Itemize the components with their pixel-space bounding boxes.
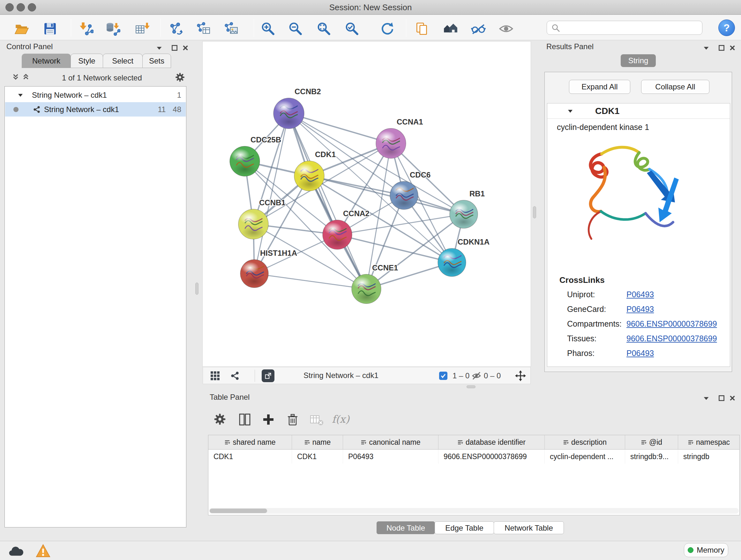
zoom-out-button[interactable] [287, 20, 304, 37]
clone-network-button[interactable] [195, 20, 212, 37]
column-header[interactable]: @id [625, 435, 678, 449]
show-columns-icon[interactable] [238, 413, 252, 426]
network-node-CDC25B[interactable]: CDC25B [230, 135, 281, 176]
zoom-selected-button[interactable] [344, 20, 360, 37]
delete-column-trash-icon[interactable] [286, 413, 299, 426]
table-panel-close-icon[interactable] [728, 394, 737, 402]
hidden-eye-slash-icon[interactable] [472, 371, 481, 381]
table-cell[interactable]: stringdb:9... [625, 449, 678, 463]
results-panel-close-icon[interactable] [728, 44, 737, 52]
column-header[interactable]: namespac [678, 435, 739, 449]
expand-all-button[interactable]: Expand All [569, 80, 630, 94]
memory-button[interactable]: Memory [684, 543, 728, 557]
toolbar-separator [71, 19, 71, 37]
collection-disclosure-icon[interactable] [17, 92, 23, 98]
crosslink-link[interactable]: 9606.ENSP00000378699 [626, 319, 717, 328]
search-input[interactable] [563, 22, 699, 34]
table-cell[interactable]: cyclin-dependent ... [545, 449, 625, 463]
import-network-from-file-button[interactable] [78, 20, 94, 37]
table-panel-float-icon[interactable] [718, 394, 726, 402]
network-edge-CDK1-RB1[interactable] [309, 176, 464, 214]
results-tab-string[interactable]: String [621, 54, 656, 67]
tab-edge-table[interactable]: Edge Table [434, 521, 494, 534]
table-panel-menu-caret-icon[interactable] [702, 394, 711, 402]
network-options-gear-icon[interactable] [175, 72, 183, 80]
network-edge-CCNB2-CCNE1[interactable] [289, 113, 366, 289]
table-cell[interactable]: stringdb [678, 449, 739, 463]
show-labels-glasses-icon[interactable] [470, 20, 487, 37]
results-panel-menu-caret-icon[interactable] [702, 44, 711, 52]
birdseye-grid-icon[interactable] [210, 371, 220, 381]
import-table-from-file-button[interactable] [134, 20, 151, 37]
open-session-button[interactable] [13, 20, 30, 37]
column-header[interactable]: description [545, 435, 625, 449]
zoom-fit-button[interactable] [316, 20, 332, 37]
crosslink-link[interactable]: 9606.ENSP00000378699 [626, 334, 717, 343]
tab-select[interactable]: Select [103, 54, 143, 68]
warning-icon[interactable] [36, 544, 51, 558]
cloud-icon[interactable] [8, 545, 24, 557]
scrollbar-thumb[interactable] [210, 509, 267, 513]
network-node-CCNB2[interactable]: CCNB2 [273, 87, 321, 129]
network-node-CDK1[interactable]: CDK1 [294, 150, 336, 191]
copy-button[interactable] [414, 20, 430, 37]
right-splitter-handle[interactable] [533, 206, 536, 219]
network-node-CDC6[interactable]: CDC6 [390, 171, 430, 209]
save-session-button[interactable] [42, 20, 58, 37]
crosslink-link[interactable]: P06493 [626, 349, 654, 358]
zoom-in-button[interactable] [260, 20, 276, 37]
network-node-CCNB1[interactable]: CCNB1 [239, 198, 286, 239]
tab-network-table[interactable]: Network Table [494, 521, 564, 534]
network-collection-row[interactable]: String Network – cdk1 1 [5, 88, 186, 102]
control-panel-menu-caret-icon[interactable] [155, 44, 163, 52]
selected-checkbox[interactable] [439, 372, 448, 380]
network-node-CCNE1[interactable]: CCNE1 [352, 263, 398, 304]
network-node-RB1[interactable]: RB1 [450, 189, 485, 228]
network-node-CCNA1[interactable]: CCNA1 [376, 118, 423, 159]
fit-content-crosshair-icon[interactable] [515, 370, 526, 381]
control-panel-float-icon[interactable] [171, 44, 179, 52]
share-network-icon[interactable] [230, 371, 240, 381]
collapse-all-networks-icon[interactable] [11, 73, 20, 81]
network-edge-CCNB2-CCNA1[interactable] [289, 113, 391, 143]
tab-network[interactable]: Network [22, 54, 71, 68]
table-cell[interactable]: P06493 [343, 449, 439, 463]
network-row-selected[interactable]: String Network – cdk1 11 48 [5, 102, 186, 117]
table-options-gear-icon[interactable] [213, 413, 227, 426]
help-button[interactable]: ? [718, 19, 735, 36]
import-network-from-database-button[interactable] [105, 20, 121, 37]
table-cell[interactable]: CDK1 [292, 449, 343, 463]
left-splitter-handle[interactable] [195, 283, 199, 295]
show-graphics-eye-icon[interactable] [498, 20, 515, 37]
table-cell[interactable]: 9606.ENSP00000378699 [439, 449, 545, 463]
string-home-button[interactable] [442, 20, 459, 37]
control-panel-close-icon[interactable] [181, 44, 190, 52]
open-view-in-window-icon[interactable] [262, 369, 274, 382]
collapse-all-button[interactable]: Collapse All [641, 80, 710, 94]
column-header[interactable]: name [292, 435, 343, 449]
network-node-HIST1H1A[interactable]: HIST1H1A [240, 249, 297, 288]
crosslink-link[interactable]: P06493 [626, 290, 654, 299]
bottom-splitter-handle[interactable] [467, 385, 475, 388]
crosslink-link[interactable]: P06493 [626, 305, 654, 314]
entry-disclosure-icon[interactable] [567, 108, 574, 114]
column-header[interactable]: canonical name [343, 435, 439, 449]
network-from-selection-button[interactable] [167, 20, 184, 37]
protein-entry-header[interactable]: CDK1 [547, 104, 730, 119]
add-column-plus-icon[interactable] [262, 413, 275, 426]
column-header[interactable]: shared name [208, 435, 292, 449]
tab-style[interactable]: Style [71, 54, 103, 68]
network-canvas[interactable]: CCNB2CCNA1CDC25BCDK1CDC6RB1CCNB1CCNA2CDK… [203, 42, 531, 367]
column-header[interactable]: database identifier [439, 435, 545, 449]
network-edge-HIST1H1A-CCNE1[interactable] [254, 273, 366, 289]
export-network-image-button[interactable] [223, 20, 239, 37]
network-node-CDKN1A[interactable]: CDKN1A [438, 238, 489, 276]
network-edge-CCNB2-CCNB1[interactable] [253, 113, 289, 224]
table-cell[interactable]: CDK1 [208, 449, 292, 463]
results-panel-float-icon[interactable] [718, 44, 726, 52]
tab-sets[interactable]: Sets [142, 54, 171, 68]
tab-node-table[interactable]: Node Table [377, 521, 435, 534]
apply-layout-button[interactable] [379, 20, 395, 37]
expand-all-networks-icon[interactable] [22, 73, 30, 81]
table-row[interactable]: CDK1 CDK1 P06493 9606.ENSP00000378699 cy… [208, 449, 739, 463]
